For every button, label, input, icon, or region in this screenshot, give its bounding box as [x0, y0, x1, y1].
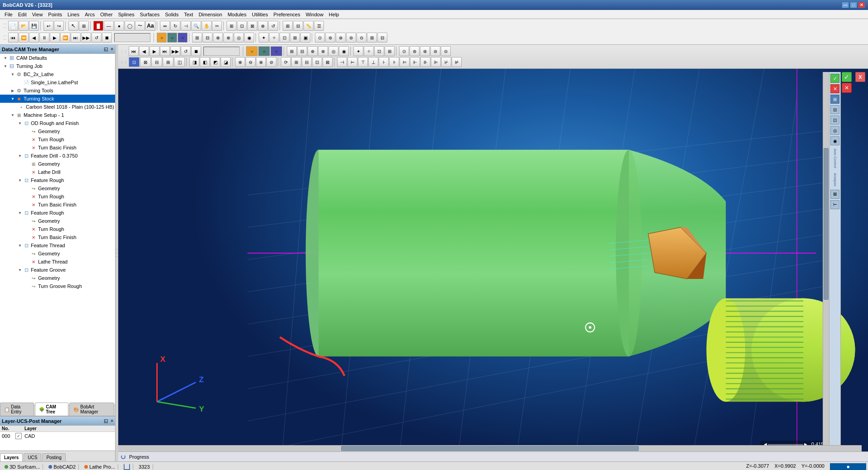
view-rotate-btn[interactable]: ○: [157, 33, 167, 43]
vp-op-1[interactable]: ⟳: [281, 57, 291, 67]
menu-item-window[interactable]: Window: [303, 11, 326, 18]
vp-view-right[interactable]: ⊟: [151, 57, 162, 67]
cam-btn7[interactable]: ⊟: [377, 33, 387, 43]
vp-extra-2[interactable]: ⊢: [347, 57, 357, 67]
accept-button[interactable]: ✓: [842, 72, 852, 82]
tab-ucs[interactable]: UCS: [24, 453, 41, 461]
axis-btn-7[interactable]: ⊢: [830, 200, 839, 209]
snap-grid-button[interactable]: ⊞: [227, 21, 236, 31]
vp-post-1[interactable]: ✦: [353, 46, 363, 56]
expander-feature-thread[interactable]: ▼: [17, 243, 23, 248]
play-all[interactable]: ▶▶: [81, 33, 91, 43]
tree-item-feature-rough3[interactable]: ▼ ⊡ Feature Rough: [0, 209, 115, 217]
menu-item-preferences[interactable]: Preferences: [270, 11, 303, 18]
cam-btn2[interactable]: ⊚: [325, 33, 335, 43]
vp-extra-10[interactable]: ⊫: [431, 57, 441, 67]
expander-turning-stock[interactable]: ▼: [10, 96, 15, 101]
menu-item-splines[interactable]: Splines: [116, 11, 137, 18]
vp-tool-2[interactable]: ⊚: [410, 46, 420, 56]
vp-view-top[interactable]: ⊡: [129, 57, 140, 67]
axis-btn-3[interactable]: ⊡: [830, 115, 839, 125]
cam-btn1[interactable]: ⊙: [315, 33, 325, 43]
vp-extra-12[interactable]: ⊭: [452, 57, 462, 67]
vp-post-4[interactable]: ⊞: [385, 46, 395, 56]
cam-btn4[interactable]: ⊜: [346, 33, 356, 43]
tree-item-feature-thread[interactable]: ▼ ⊡ Feature Thread: [0, 241, 115, 249]
snap-midpoint-button[interactable]: ⊠: [247, 21, 257, 31]
vp-btn-3[interactable]: ▶: [149, 46, 159, 56]
tree-item-geom3[interactable]: ▶ ↪ Geometry: [0, 184, 115, 192]
menu-item-points[interactable]: Points: [45, 11, 65, 18]
vp-view-front[interactable]: ⊠: [140, 57, 151, 67]
tab-posting[interactable]: Posting: [42, 453, 65, 461]
maximize-button[interactable]: □: [850, 2, 857, 8]
play-forward[interactable]: ▶: [50, 33, 60, 43]
expander-feature-groove[interactable]: ▼: [17, 267, 23, 273]
tree-item-geom6[interactable]: ▶ ↪ Geometry: [0, 274, 115, 282]
expander-turning-tools[interactable]: ▶: [10, 88, 15, 93]
vp-view-iso[interactable]: ⊞: [163, 57, 174, 67]
layer-check-000[interactable]: ✓: [15, 433, 22, 439]
trim-button[interactable]: ✂: [212, 21, 222, 31]
tree-item-feature-groove[interactable]: ▼ ⊡ Feature Groove: [0, 266, 115, 274]
menu-item-text[interactable]: Text: [181, 11, 196, 18]
vp-extra-4[interactable]: ⊥: [368, 57, 378, 67]
vp-wire-2[interactable]: ⊖: [246, 57, 256, 67]
vp-btn-2[interactable]: ◀: [139, 46, 149, 56]
vp-sim-3[interactable]: ⊕: [308, 46, 318, 56]
expander-feature-rough3[interactable]: ▼: [17, 210, 23, 216]
line-style[interactable]: —: [104, 21, 114, 31]
vp-btn-1[interactable]: ⏮: [129, 46, 139, 56]
new-button[interactable]: 📄: [8, 21, 18, 31]
toolbar-drag-handle-1[interactable]: ⋮⋮: [3, 22, 7, 29]
vp-sim-1[interactable]: ⊞: [287, 46, 297, 56]
tree-item-turning-job[interactable]: ▼ ⊟ Turning Job: [0, 62, 115, 70]
vp-extra-8[interactable]: ⊩: [410, 57, 420, 67]
vp-extra-9[interactable]: ⊪: [420, 57, 430, 67]
vp-sim-4[interactable]: ⊗: [318, 46, 328, 56]
pan-button[interactable]: ✋: [202, 21, 212, 31]
menu-item-modules[interactable]: Modules: [225, 11, 249, 18]
expander-bc2x-lathe[interactable]: ▼: [10, 72, 15, 77]
vp-extra-1[interactable]: ⊣: [337, 57, 347, 67]
snap-endpoint-button[interactable]: ⊡: [237, 21, 247, 31]
tab-layers[interactable]: Layers: [0, 453, 23, 461]
rotate-button[interactable]: ↻: [170, 21, 180, 31]
view-zoom-btn[interactable]: ○: [167, 33, 177, 43]
play-begin[interactable]: ⏮: [8, 33, 18, 43]
tree-item-turn-rough1[interactable]: ▶ ✕ Turn Rough: [0, 135, 115, 144]
postproc-btn4[interactable]: ⊞: [290, 33, 300, 43]
minimize-button[interactable]: —: [842, 2, 849, 8]
postproc-btn2[interactable]: ✧: [269, 33, 279, 43]
tree-item-turn-basic-finish2[interactable]: ▶ ✕ Turn Basic Finish: [0, 201, 115, 209]
tree-item-turn-rough3[interactable]: ▶ ✕ Turn Rough: [0, 225, 115, 233]
tree-item-geom5[interactable]: ▶ ↪ Geometry: [0, 249, 115, 258]
tree-item-carbon-steel[interactable]: ▶ ▪ Carbon Steel 1018 - Plain (100-125 H…: [0, 103, 115, 111]
axis-x-button[interactable]: ✕: [830, 84, 839, 93]
vp-wire-3[interactable]: ⊗: [256, 57, 266, 67]
vp-shade-3[interactable]: ◩: [210, 57, 220, 67]
vp-extra-11[interactable]: ⊬: [441, 57, 451, 67]
menu-item-view[interactable]: View: [29, 11, 46, 18]
axis-btn-1[interactable]: ⊞: [830, 95, 839, 104]
vp-wire-4[interactable]: ⊘: [266, 57, 276, 67]
tree-item-bc2x-lathe[interactable]: ▼ ⚙ BC_2x_Lathe: [0, 70, 115, 78]
vp-tool-5[interactable]: ⊝: [441, 46, 451, 56]
select-all-button[interactable]: ⊞: [79, 21, 89, 31]
axis-btn-4[interactable]: ◎: [830, 126, 839, 135]
play-pause[interactable]: ⏸: [39, 33, 49, 43]
vp-extra-6[interactable]: ⊧: [389, 57, 399, 67]
cam-btn6[interactable]: ⊞: [367, 33, 377, 43]
snap-center-button[interactable]: ⊕: [258, 21, 268, 31]
menu-item-solids[interactable]: Solids: [162, 11, 181, 18]
vp-btn-6[interactable]: ↺: [181, 46, 191, 56]
vp-btn-5[interactable]: ▶▶: [170, 46, 180, 56]
vp-btn-view2[interactable]: ○: [258, 46, 270, 56]
progress-slider[interactable]: [114, 33, 150, 42]
tree-item-od-rough-finish[interactable]: ▼ ⊡ OD Rough and Finish: [0, 119, 115, 127]
tree-item-geom4[interactable]: ▶ ↪ Geometry: [0, 217, 115, 225]
expander-turning-job[interactable]: ▼: [3, 63, 8, 69]
postproc-btn3[interactable]: ⊡: [280, 33, 289, 43]
tree-item-lathe-thread[interactable]: ▶ ✕ Lathe Thread: [0, 258, 115, 266]
sim-btn6[interactable]: ◉: [244, 33, 254, 43]
